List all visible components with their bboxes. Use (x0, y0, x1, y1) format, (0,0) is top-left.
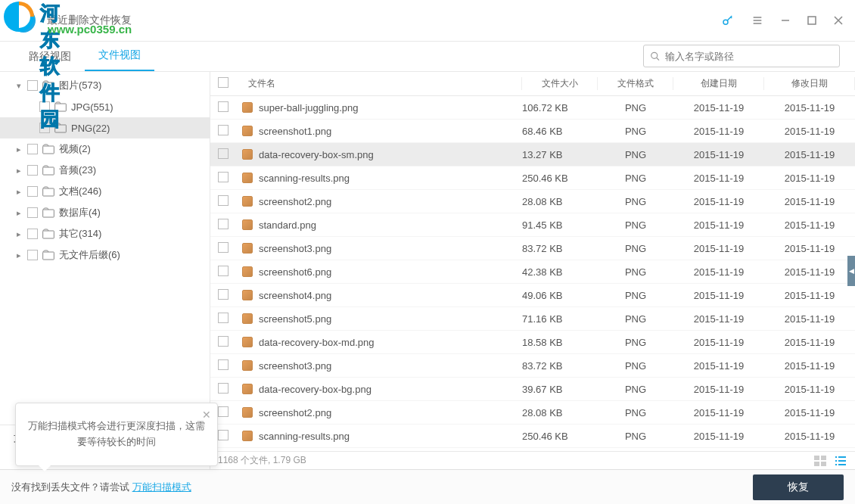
checkbox[interactable] (27, 165, 38, 176)
folder-icon (54, 123, 67, 133)
row-checkbox[interactable] (218, 383, 229, 394)
file-size: 18.58 KB (522, 337, 598, 348)
checkbox[interactable] (27, 250, 38, 260)
back-button[interactable] (11, 8, 36, 33)
window-controls (721, 14, 844, 27)
row-checkbox[interactable] (218, 148, 229, 159)
close-icon[interactable] (833, 15, 844, 26)
side-panel-toggle[interactable]: ◀ (847, 256, 855, 286)
file-row[interactable]: scanning-results.png250.46 KBPNG2015-11-… (210, 425, 855, 448)
checkbox[interactable] (27, 80, 38, 91)
tree-item[interactable]: ▾图片(573) (0, 75, 210, 96)
grid-view-icon[interactable] (814, 456, 828, 466)
file-created: 2015-11-19 (673, 243, 764, 254)
checkbox[interactable] (27, 229, 38, 239)
file-row[interactable]: screenshot5.png71.16 KBPNG2015-11-192015… (210, 307, 855, 331)
minimize-icon[interactable] (780, 15, 791, 26)
file-row[interactable]: super-ball-juggling.png106.72 KBPNG2015-… (210, 96, 855, 120)
checkbox-all[interactable] (218, 77, 229, 88)
list-view-icon[interactable] (834, 456, 847, 466)
checkbox[interactable] (27, 186, 38, 197)
file-row[interactable]: screenshot1.png68.46 KBPNG2015-11-192015… (210, 120, 855, 143)
file-size: 250.46 KB (522, 431, 598, 442)
file-row[interactable]: screenshot2.png28.08 KBPNG2015-11-192015… (210, 190, 855, 213)
recover-button[interactable]: 恢复 (753, 474, 844, 500)
tree-item[interactable]: ▸数据库(4) (0, 202, 210, 223)
file-icon (242, 384, 253, 394)
caret-icon[interactable]: ▸ (15, 166, 23, 176)
key-icon[interactable] (721, 14, 735, 27)
col-name[interactable]: 文件名 (241, 77, 522, 90)
footer-text: 没有找到丢失文件？请尝试 万能扫描模式 (11, 481, 191, 494)
tab-file-view[interactable]: 文件视图 (85, 41, 154, 71)
tree-item[interactable]: ▸音频(23) (0, 160, 210, 181)
file-row[interactable]: data-recovery-box-sm.png13.27 KBPNG2015-… (210, 143, 855, 166)
file-row[interactable]: screenshot3.png83.72 KBPNG2015-11-192015… (210, 354, 855, 378)
tree-item[interactable]: JPG(551) (0, 96, 210, 117)
file-created: 2015-11-19 (673, 173, 764, 184)
file-row[interactable]: data-recovery-box-bg.png39.67 KBPNG2015-… (210, 378, 855, 401)
folder-icon (42, 80, 54, 91)
row-checkbox[interactable] (218, 219, 229, 229)
caret-icon[interactable]: ▸ (15, 208, 23, 218)
file-row[interactable]: standard.png91.45 KBPNG2015-11-192015-11… (210, 213, 855, 237)
search-box[interactable] (643, 45, 840, 67)
tree-label: 图片(573) (59, 79, 101, 92)
caret-icon[interactable]: ▸ (15, 250, 23, 260)
maximize-icon[interactable] (807, 16, 816, 25)
row-checkbox[interactable] (218, 242, 229, 253)
tree-label: 数据库(4) (59, 206, 101, 219)
file-row[interactable]: screenshot2.png28.08 KBPNG2015-11-192015… (210, 401, 855, 425)
row-checkbox[interactable] (218, 430, 229, 440)
col-modified[interactable]: 修改日期 (764, 77, 855, 90)
caret-icon[interactable]: ▾ (15, 81, 23, 91)
tab-path-view[interactable]: 路径视图 (15, 42, 85, 71)
file-created: 2015-11-19 (673, 102, 764, 114)
file-created: 2015-11-19 (673, 290, 764, 301)
row-checkbox[interactable] (218, 336, 229, 347)
checkbox[interactable] (27, 144, 38, 154)
file-format: PNG (598, 337, 673, 348)
row-checkbox[interactable] (218, 359, 229, 370)
tooltip-close-icon[interactable]: ✕ (202, 406, 211, 423)
svg-rect-7 (43, 167, 54, 175)
tree-item[interactable]: ▸视频(2) (0, 138, 210, 160)
file-row[interactable]: screenshot6.png42.38 KBPNG2015-11-192015… (210, 260, 855, 284)
file-size: 71.16 KB (522, 313, 598, 325)
row-checkbox[interactable] (218, 195, 229, 206)
checkbox[interactable] (39, 101, 50, 112)
col-format[interactable]: 文件格式 (598, 77, 673, 90)
file-size: 28.08 KB (522, 196, 598, 207)
svg-rect-14 (814, 462, 819, 466)
tree-item[interactable]: PNG(22) (0, 117, 210, 138)
col-size[interactable]: 文件大小 (522, 77, 598, 90)
svg-rect-6 (43, 146, 54, 154)
row-checkbox[interactable] (218, 313, 229, 323)
file-row[interactable]: screenshot4.png49.06 KBPNG2015-11-192015… (210, 284, 855, 307)
row-checkbox[interactable] (218, 172, 229, 182)
folder-icon (42, 165, 54, 176)
caret-icon[interactable]: ▸ (15, 187, 23, 197)
row-checkbox[interactable] (218, 289, 229, 300)
row-checkbox[interactable] (218, 406, 229, 417)
caret-icon[interactable]: ▸ (15, 229, 23, 239)
file-row[interactable]: scanning-results.png250.46 KBPNG2015-11-… (210, 166, 855, 190)
content-area: 文件名 文件大小 文件格式 创建日期 修改日期 super-ball-juggl… (210, 72, 855, 469)
file-icon (242, 266, 253, 277)
col-created[interactable]: 创建日期 (673, 77, 764, 90)
file-row[interactable]: data-recovery-box-md.png18.58 KBPNG2015-… (210, 331, 855, 354)
checkbox[interactable] (27, 207, 38, 218)
file-row[interactable]: screenshot3.png83.72 KBPNG2015-11-192015… (210, 237, 855, 260)
row-checkbox[interactable] (218, 125, 229, 135)
menu-icon[interactable] (751, 14, 763, 26)
deep-scan-link[interactable]: 万能扫描模式 (132, 481, 191, 493)
tree-item[interactable]: ▸其它(314) (0, 223, 210, 244)
row-checkbox[interactable] (218, 266, 229, 276)
caret-icon[interactable]: ▸ (15, 145, 23, 154)
search-input[interactable] (665, 51, 833, 62)
tree-label: PNG(22) (71, 123, 110, 134)
tree-item[interactable]: ▸文档(246) (0, 181, 210, 202)
checkbox[interactable] (39, 123, 50, 133)
row-checkbox[interactable] (218, 101, 229, 112)
tree-item[interactable]: ▸无文件后缀(6) (0, 244, 210, 266)
